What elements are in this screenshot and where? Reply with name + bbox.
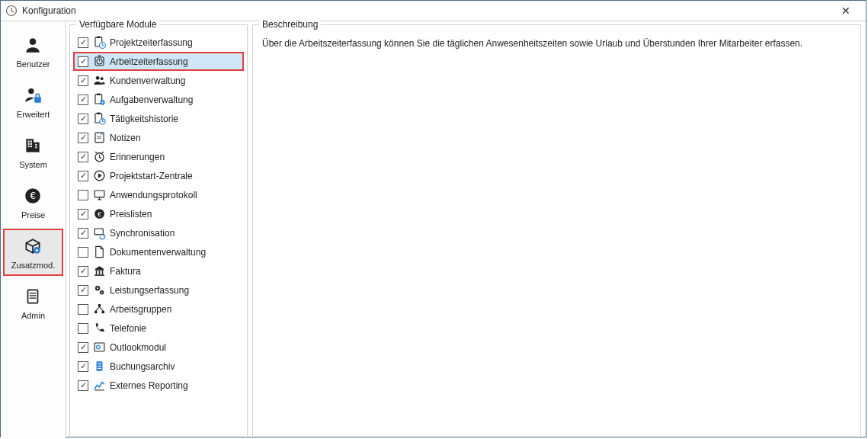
svg-rect-10 <box>27 143 29 145</box>
module-label: Arbeitzeiterfassung <box>110 56 188 67</box>
play-icon <box>91 168 107 184</box>
svg-rect-79 <box>98 368 101 369</box>
nav-label: Admin <box>21 311 45 320</box>
module-row[interactable]: Projektstart-Zentrale <box>73 166 244 185</box>
module-checkbox[interactable] <box>78 95 88 105</box>
svg-rect-8 <box>27 141 29 143</box>
module-row[interactable]: Telefonie <box>73 319 244 338</box>
nav-item-preise[interactable]: €Preise <box>3 178 63 226</box>
nodes-icon <box>91 302 107 317</box>
module-checkbox[interactable] <box>78 361 88 372</box>
svg-rect-63 <box>101 271 103 275</box>
svg-line-47 <box>99 157 101 159</box>
svg-rect-11 <box>30 143 31 145</box>
module-label: Arbeitsgruppen <box>110 304 171 315</box>
nav-label: Benutzer <box>16 59 50 69</box>
window-title: Konfiguration <box>22 5 831 16</box>
module-row[interactable]: Erinnerungen <box>73 147 244 166</box>
module-label: Tätigkeitshistorie <box>110 114 178 124</box>
server-icon <box>23 287 44 308</box>
outlook-icon <box>91 340 107 355</box>
svg-point-71 <box>101 311 104 314</box>
svg-rect-25 <box>97 37 100 38</box>
module-row[interactable]: Arbeitsgruppen <box>73 300 244 319</box>
module-checkbox[interactable] <box>78 152 88 162</box>
module-checkbox[interactable] <box>78 37 88 48</box>
module-checkbox[interactable] <box>78 114 88 124</box>
svg-rect-32 <box>98 56 100 57</box>
module-row[interactable]: Synchronisation <box>73 223 244 242</box>
module-checkbox[interactable] <box>78 56 88 67</box>
chart-icon <box>91 378 107 393</box>
module-label: Erinnerungen <box>110 152 165 162</box>
nav-label: Preise <box>21 210 45 220</box>
svg-rect-6 <box>26 139 34 152</box>
module-label: Projektstart-Zentrale <box>110 171 193 181</box>
module-checkbox[interactable] <box>78 190 88 200</box>
module-checkbox[interactable] <box>78 75 88 86</box>
svg-rect-52 <box>94 191 104 197</box>
module-checkbox[interactable] <box>78 380 88 391</box>
module-row[interactable]: Notizen <box>73 128 244 147</box>
modules-group: Verfügbare Module ProjektzeiterfassungAr… <box>69 24 248 439</box>
module-label: Outlookmodul <box>110 342 166 353</box>
module-row[interactable]: Externes Reporting <box>73 376 244 395</box>
module-checkbox[interactable] <box>78 171 88 181</box>
nav-item-benutzer[interactable]: Benutzer <box>3 27 63 75</box>
description-group-title: Beschreibung <box>259 19 321 30</box>
nav-label: System <box>19 160 47 169</box>
module-row[interactable]: Arbeitzeiterfassung <box>73 52 244 71</box>
module-label: Synchronisation <box>110 228 175 239</box>
module-row[interactable]: €Preislisten <box>73 204 244 223</box>
module-checkbox[interactable] <box>78 266 88 277</box>
module-row[interactable]: Leistungserfassung <box>73 280 244 300</box>
module-row[interactable]: Anwendungsprotokoll <box>73 185 244 204</box>
module-checkbox[interactable] <box>78 323 88 334</box>
nav-item-zusatzmod-[interactable]: Zusatzmod. <box>3 229 63 276</box>
module-checkbox[interactable] <box>78 304 88 315</box>
user-lock-icon <box>23 85 44 107</box>
module-checkbox[interactable] <box>78 209 88 220</box>
svg-rect-36 <box>97 94 100 95</box>
window-body: BenutzerErweitertSystem€PreiseZusatzmod.… <box>1 21 866 439</box>
module-row[interactable]: Aufgabenverwaltung <box>73 90 244 109</box>
module-label: Telefonie <box>110 323 146 334</box>
svg-rect-13 <box>30 146 31 147</box>
module-checkbox[interactable] <box>78 342 88 353</box>
svg-rect-62 <box>98 271 100 275</box>
svg-point-68 <box>101 292 102 293</box>
module-label: Dokumentenverwaltung <box>110 247 206 258</box>
svg-point-38 <box>101 101 103 103</box>
svg-rect-77 <box>98 364 101 364</box>
module-row[interactable]: Faktura <box>73 261 244 280</box>
titlebar: Konfiguration ✕ <box>1 1 866 21</box>
svg-point-69 <box>98 304 101 307</box>
note-icon <box>91 130 107 146</box>
nav-label: Erweitert <box>17 110 50 119</box>
svg-line-73 <box>99 306 103 311</box>
module-label: Kundenverwaltung <box>110 75 185 86</box>
module-row[interactable]: Tätigkeitshistorie <box>73 109 244 128</box>
nav-item-admin[interactable]: Admin <box>3 279 63 326</box>
svg-text:€: € <box>30 190 36 201</box>
svg-point-70 <box>94 311 97 314</box>
module-checkbox[interactable] <box>78 285 88 296</box>
module-checkbox[interactable] <box>78 247 88 258</box>
nav-item-system[interactable]: System <box>3 128 63 175</box>
svg-rect-12 <box>27 146 29 147</box>
module-row[interactable]: Kundenverwaltung <box>73 71 244 90</box>
module-checkbox[interactable] <box>78 228 88 239</box>
close-button[interactable]: ✕ <box>831 1 861 21</box>
nav-item-erweitert[interactable]: Erweitert <box>3 78 63 125</box>
svg-rect-64 <box>94 274 104 276</box>
svg-point-75 <box>96 345 100 349</box>
module-row[interactable]: Dokumentenverwaltung <box>73 242 244 261</box>
module-row[interactable]: Projektzeiterfassung <box>73 33 244 52</box>
svg-point-66 <box>97 287 98 289</box>
module-label: Preislisten <box>110 209 152 220</box>
module-row[interactable]: Outlookmodul <box>73 338 244 357</box>
module-checkbox[interactable] <box>78 133 88 143</box>
module-label: Aufgabenverwaltung <box>110 95 193 105</box>
svg-point-3 <box>29 38 36 45</box>
module-row[interactable]: Buchungsarchiv <box>73 357 244 376</box>
